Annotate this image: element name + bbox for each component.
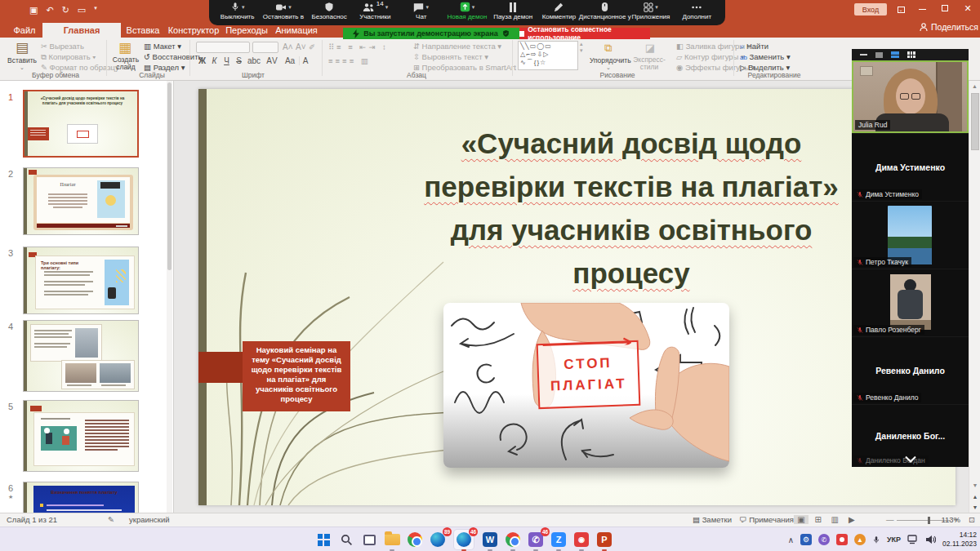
- chrome-button[interactable]: [405, 530, 425, 549]
- bold-button[interactable]: Ж: [196, 56, 208, 65]
- spellcheck-icon[interactable]: ✎: [108, 515, 114, 524]
- slide-sorter-view-button[interactable]: ⊞: [811, 515, 826, 524]
- comments-button[interactable]: 🗩 Примечания: [739, 515, 794, 524]
- chrome-profile-button[interactable]: [503, 530, 523, 549]
- participant-tile-pavlo-rozenberg[interactable]: Павло Розенберг: [852, 269, 969, 336]
- font-color-button[interactable]: А: [299, 56, 311, 65]
- strikethrough-button[interactable]: S: [233, 56, 245, 65]
- slide-note-box[interactable]: Науковий семінар на тему «Сучасний досві…: [243, 341, 350, 411]
- next-slide-button[interactable]: ▼: [969, 504, 980, 510]
- security-button[interactable]: Безопаснос: [310, 2, 350, 20]
- pause-share-button[interactable]: Пауза демон: [493, 2, 533, 20]
- italic-button[interactable]: К: [208, 56, 220, 65]
- customize-qat-icon[interactable]: ▾: [94, 5, 97, 16]
- replace-button[interactable]: ab Заменить ▾: [740, 52, 791, 61]
- undo-icon[interactable]: ↶: [46, 5, 53, 16]
- minimize-icon[interactable]: [911, 3, 933, 13]
- red-app-button[interactable]: ◉: [572, 530, 591, 549]
- powerpoint-button[interactable]: P: [595, 530, 614, 549]
- zoom-out-button[interactable]: —: [886, 515, 894, 524]
- collapse-panel-chevron-icon[interactable]: [904, 451, 917, 466]
- grid-view-icon[interactable]: [907, 51, 915, 58]
- clear-formatting-button[interactable]: ✐: [309, 42, 315, 51]
- thumbnail-scrollbar[interactable]: [167, 81, 172, 513]
- text-direction-button[interactable]: ⇵ Направление текста ▾: [413, 42, 501, 51]
- vertical-scrollbar[interactable]: ▲ ▼ ▲ ▼: [969, 81, 980, 513]
- previous-slide-button[interactable]: ▲: [969, 494, 980, 500]
- language-indicator[interactable]: украинский: [129, 515, 170, 524]
- tray-antivirus-icon[interactable]: ▲: [854, 534, 866, 545]
- fit-to-window-button[interactable]: ⊡: [969, 515, 975, 524]
- change-case-button[interactable]: Aa: [281, 56, 299, 65]
- shapes-gallery-scroll[interactable]: ▴▾: [580, 41, 583, 54]
- edge-button[interactable]: 89: [428, 530, 448, 549]
- align-text-button[interactable]: ⇳ Выровнять текст ▾: [413, 52, 488, 61]
- search-button[interactable]: [336, 530, 356, 549]
- tray-volume-icon[interactable]: [925, 535, 936, 544]
- participant-tile-revenko-danylo[interactable]: Ревенко Данило Ревенко Данило: [852, 337, 969, 404]
- task-view-button[interactable]: [359, 530, 379, 549]
- participant-tile-dima-ustimenko[interactable]: Дима Устименко Дима Устименко: [852, 134, 969, 201]
- paste-button[interactable]: ▤ Вставить⌄: [7, 40, 38, 71]
- viber-button[interactable]: ✆46: [526, 530, 546, 549]
- restore-icon[interactable]: [934, 3, 956, 13]
- start-button[interactable]: [314, 530, 333, 549]
- slide-title[interactable]: «Сучасний досвід щодо перевірки текстів …: [354, 122, 909, 295]
- edge-active-button[interactable]: 46: [454, 530, 474, 549]
- start-slideshow-icon[interactable]: ▭: [78, 5, 86, 16]
- mute-button[interactable]: ▾ Выключить: [217, 2, 257, 20]
- slide-thumbnail-2[interactable]: Плагіат: [23, 167, 139, 235]
- shapes-gallery[interactable]: ╲╲▭◯▭△⌐⇨⇩▷∿⌒{}☆: [518, 41, 578, 70]
- tab-design[interactable]: Конструктор: [165, 23, 222, 38]
- list-buttons[interactable]: ⠿≡ ≡ ⇤⇥ ↕: [328, 42, 389, 51]
- zoom-slider-thumb[interactable]: [928, 517, 930, 524]
- stop-plagiarism-image[interactable]: СТОП ПЛАГІАТ: [443, 303, 729, 468]
- tray-viber-icon[interactable]: ✆: [818, 534, 830, 545]
- tray-mic-icon[interactable]: [872, 535, 880, 545]
- reset-button[interactable]: ↺ Восстановить: [144, 52, 202, 61]
- new-share-button[interactable]: ▾ Новая демон: [447, 2, 487, 20]
- font-size-combobox[interactable]: [252, 42, 278, 53]
- layout-button[interactable]: ▥ Макет ▾: [144, 42, 181, 51]
- zoom-app-button[interactable]: Z: [549, 530, 568, 549]
- participant-tile-julia-rud[interactable]: Julia Rud: [852, 60, 969, 133]
- login-button[interactable]: Вход: [854, 3, 887, 16]
- participant-tile-danylenko-bohdan[interactable]: Даниленко Бог... Даниленко Богдан: [852, 405, 969, 467]
- annotate-button[interactable]: Комментир: [539, 2, 579, 20]
- share-button[interactable]: Поделиться: [920, 22, 978, 32]
- stop-sharing-button[interactable]: Остановить совместное использование: [519, 28, 650, 39]
- tray-settings-icon[interactable]: ⚙: [800, 534, 812, 545]
- file-explorer-button[interactable]: [382, 530, 402, 549]
- font-name-combobox[interactable]: [196, 42, 250, 53]
- ribbon-display-options-icon[interactable]: ⌄: [890, 3, 911, 13]
- gallery-strip-view-icon[interactable]: [891, 51, 899, 58]
- cut-button[interactable]: ✂ Вырезать: [41, 42, 84, 51]
- participants-button[interactable]: 14▾ Участники: [355, 2, 395, 20]
- normal-view-button[interactable]: ▣: [794, 515, 808, 524]
- scroll-up-icon[interactable]: ▲: [969, 83, 980, 89]
- shrink-font-button[interactable]: A˅: [296, 42, 306, 51]
- grow-font-button[interactable]: A˄: [283, 42, 293, 51]
- slide-thumbnail-5[interactable]: [23, 400, 139, 472]
- apps-button[interactable]: ▾ Приложения: [630, 2, 670, 20]
- text-shadow-button[interactable]: abc: [245, 56, 263, 65]
- tray-network-icon[interactable]: [907, 535, 919, 544]
- notes-button[interactable]: ▤ Заметки: [693, 515, 732, 524]
- shape-outline-button[interactable]: ▱ Контур фигуры ▾: [676, 52, 745, 61]
- more-button[interactable]: Дополнит: [677, 2, 717, 20]
- scrollbar-thumb[interactable]: [971, 93, 979, 150]
- character-spacing-button[interactable]: АV: [263, 56, 281, 65]
- quick-styles-button[interactable]: ◪ Экспресс-стили: [629, 40, 671, 71]
- slide-thumbnail-3[interactable]: Три основні типи плагіату:: [23, 247, 139, 314]
- tray-record-icon[interactable]: [836, 534, 848, 545]
- new-slide-button[interactable]: ▦ Создать слайд: [109, 40, 140, 71]
- stop-video-button[interactable]: ▾ Остановить в: [263, 2, 303, 20]
- tab-file[interactable]: Файл: [7, 23, 42, 38]
- chat-button[interactable]: ▾ Чат: [401, 2, 441, 20]
- tray-language-indicator[interactable]: УКР: [887, 535, 901, 544]
- tray-expand-icon[interactable]: ∧: [788, 535, 794, 544]
- save-icon[interactable]: ▣: [29, 5, 38, 16]
- slide-thumbnail-1[interactable]: «Сучасний досвід щодо перевірки текстів …: [23, 90, 139, 158]
- align-buttons[interactable]: ≡≡≡≡ ▥: [328, 56, 371, 65]
- speaker-view-icon[interactable]: [875, 52, 883, 58]
